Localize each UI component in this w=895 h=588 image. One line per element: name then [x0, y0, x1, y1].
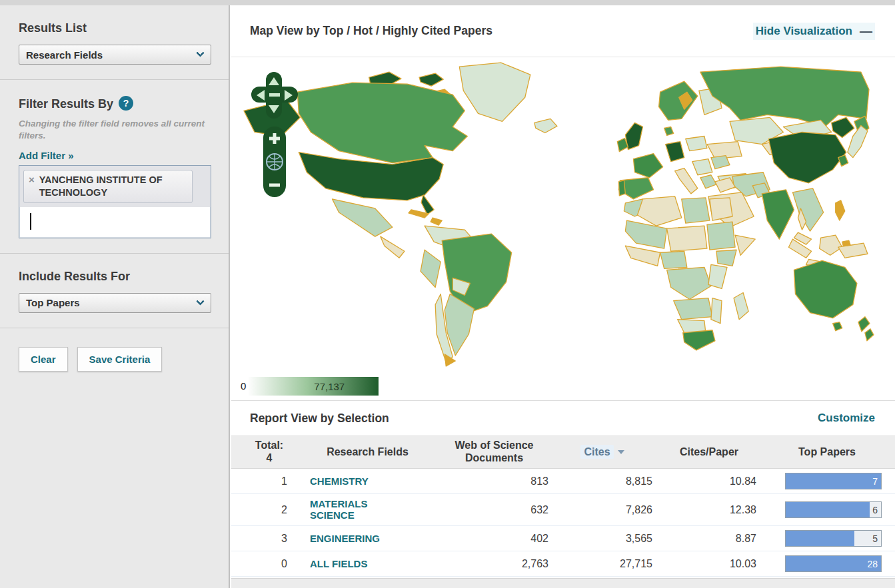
filter-tag-label: YANCHENG INSTITUTE OF TECHNOLOGY	[39, 174, 186, 198]
footer-strip	[231, 578, 895, 588]
world-map-area[interactable]	[231, 57, 895, 372]
cites-sort-label[interactable]: Cites	[580, 445, 613, 459]
sort-desc-icon	[618, 450, 624, 454]
top-papers-bar: 28	[785, 555, 882, 572]
top-papers-value: 5	[872, 533, 878, 544]
chevron-down-icon	[196, 49, 205, 57]
filter-text-input[interactable]	[19, 207, 211, 238]
legend-min-value: 0	[241, 380, 246, 392]
filter-tags-area: × YANCHENG INSTITUTE OF TECHNOLOGY	[19, 166, 211, 206]
research-field-link[interactable]: CHEMISTRY	[310, 475, 369, 487]
top-papers-value: 28	[867, 559, 878, 569]
row-cites-per-paper: 8.87	[652, 533, 766, 545]
row-wos-documents: 2,763	[436, 558, 552, 570]
clear-button[interactable]: Clear	[19, 347, 68, 372]
filter-note: Changing the filter field removes all cu…	[19, 118, 209, 142]
row-cites-per-paper: 10.84	[652, 475, 766, 487]
save-criteria-button[interactable]: Save Criteria	[77, 347, 163, 372]
results-list-title: Results List	[19, 21, 210, 35]
actions-section: Clear Save Criteria	[0, 328, 229, 386]
row-rank: 3	[239, 533, 299, 545]
include-results-dropdown-value: Top Papers	[26, 297, 80, 308]
total-label: Total:	[239, 440, 299, 452]
map-controls[interactable]	[250, 69, 299, 200]
include-results-section: Include Results For Top Papers	[0, 253, 229, 328]
minus-icon: —	[860, 24, 872, 39]
table-row: 2 MATERIALS SCIENCE 632 7,826 12.38 6	[231, 494, 895, 526]
research-field-link[interactable]: ALL FIELDS	[310, 558, 367, 569]
top-papers-bar-fill	[786, 473, 881, 489]
row-cites: 3,565	[552, 533, 652, 545]
map-view-title: Map View by Top / Hot / Highly Cited Pap…	[250, 24, 492, 38]
report-header: Report View by Selection Customize	[231, 401, 895, 436]
pan-control[interactable]	[251, 72, 298, 119]
zoom-control[interactable]	[263, 127, 286, 197]
filter-results-title: Filter Results By?	[19, 96, 210, 111]
add-filter-link[interactable]: Add Filter »	[19, 150, 74, 161]
row-wos-documents: 402	[436, 533, 552, 545]
chevron-down-icon	[196, 297, 205, 306]
customize-link[interactable]: Customize	[818, 412, 875, 425]
row-wos-documents: 632	[436, 504, 552, 516]
results-list-section: Results List Research Fields	[0, 5, 229, 79]
row-field-cell: ALL FIELDS	[299, 558, 436, 570]
results-list-dropdown[interactable]: Research Fields	[19, 45, 211, 65]
row-top-papers-cell: 6	[766, 501, 888, 518]
column-header-research-fields[interactable]: Research Fields	[299, 446, 436, 459]
legend-max-value: 77,137	[314, 380, 345, 392]
filter-results-title-text: Filter Results By	[19, 97, 113, 111]
row-cites-per-paper: 10.03	[652, 558, 766, 570]
include-results-title: Include Results For	[19, 270, 210, 284]
column-header-wos-documents[interactable]: Web of Science Documents	[436, 440, 552, 465]
row-cites-per-paper: 12.38	[652, 504, 766, 516]
row-field-cell: CHEMISTRY	[299, 475, 436, 487]
text-cursor	[30, 213, 31, 230]
remove-tag-icon[interactable]: ×	[29, 174, 35, 185]
column-header-cites-per-paper[interactable]: Cites/Paper	[652, 446, 766, 459]
filter-results-section: Filter Results By? Changing the filter f…	[0, 79, 229, 253]
column-header-top-papers[interactable]: Top Papers	[766, 446, 888, 459]
report-view-title: Report View by Selection	[250, 412, 389, 426]
help-icon[interactable]: ?	[119, 96, 133, 111]
row-top-papers-cell: 7	[766, 473, 888, 489]
top-papers-bar: 7	[785, 473, 882, 489]
top-papers-bar-fill	[786, 531, 854, 546]
column-header-cites[interactable]: Cites	[552, 446, 652, 459]
top-papers-bar: 6	[785, 501, 882, 518]
report-table-body: 1 CHEMISTRY 813 8,815 10.84 7 2 MATERIAL…	[231, 469, 895, 577]
filter-box[interactable]: × YANCHENG INSTITUTE OF TECHNOLOGY	[19, 165, 211, 238]
top-papers-value: 7	[872, 476, 878, 487]
row-field-cell: MATERIALS SCIENCE	[299, 498, 436, 521]
include-results-dropdown[interactable]: Top Papers	[19, 293, 211, 313]
research-field-link[interactable]: ENGINEERING	[310, 533, 380, 544]
row-rank: 2	[239, 504, 299, 516]
top-papers-value: 6	[872, 505, 878, 515]
map-panel-header: Map View by Top / Hot / Highly Cited Pap…	[231, 5, 895, 57]
legend-gradient-bar: 77,137	[249, 377, 379, 396]
hide-visualization-link[interactable]: Hide Visualization —	[753, 23, 875, 40]
row-field-cell: ENGINEERING	[299, 533, 436, 545]
table-row: 0 ALL FIELDS 2,763 27,715 10.03 28	[231, 551, 895, 577]
top-papers-bar: 5	[785, 530, 882, 547]
row-cites: 27,715	[552, 558, 652, 570]
world-map[interactable]	[231, 57, 895, 372]
row-cites: 8,815	[552, 475, 652, 487]
main-content: Map View by Top / Hot / Highly Cited Pap…	[231, 5, 895, 588]
column-header-total: Total: 4	[239, 440, 299, 465]
top-papers-bar-fill	[786, 502, 870, 517]
table-row: 3 ENGINEERING 402 3,565 8.87 5	[231, 526, 895, 551]
hide-visualization-label: Hide Visualization	[756, 25, 852, 38]
top-window-strip	[0, 0, 895, 5]
row-top-papers-cell: 5	[766, 530, 888, 547]
row-rank: 1	[239, 475, 299, 487]
row-cites: 7,826	[552, 504, 652, 516]
filters-sidebar: Results List Research Fields Filter Resu…	[0, 5, 230, 588]
map-color-legend: 0 77,137	[231, 372, 895, 401]
filter-tag[interactable]: × YANCHENG INSTITUTE OF TECHNOLOGY	[23, 170, 193, 202]
total-value: 4	[239, 452, 299, 465]
results-list-dropdown-value: Research Fields	[26, 49, 103, 61]
report-table-header: Total: 4 Research Fields Web of Science …	[231, 436, 895, 469]
table-row: 1 CHEMISTRY 813 8,815 10.84 7	[231, 469, 895, 494]
research-field-link[interactable]: MATERIALS SCIENCE	[310, 498, 395, 521]
row-rank: 0	[239, 558, 299, 570]
